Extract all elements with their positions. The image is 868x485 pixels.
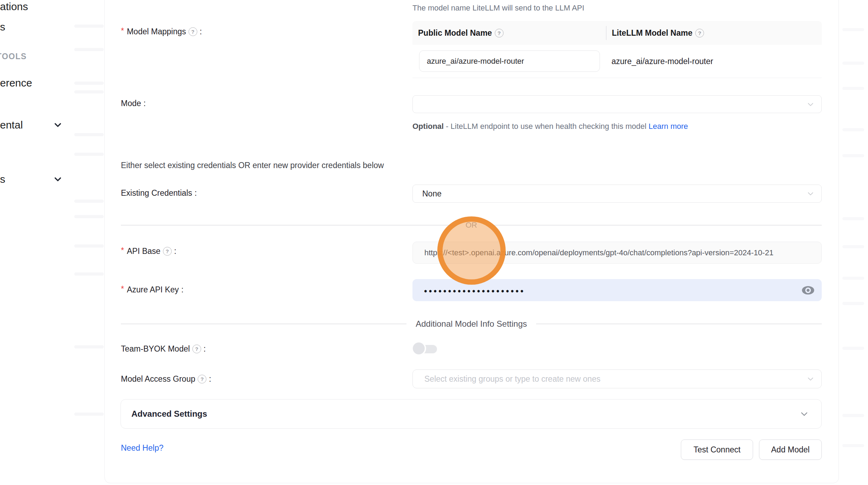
additional-settings-divider: Additional Model Info Settings xyxy=(121,319,822,329)
credentials-note: Either select existing credentials OR en… xyxy=(121,161,384,170)
ghost-line xyxy=(74,345,104,348)
ghost-line xyxy=(74,200,104,203)
public-model-name-input[interactable]: azure_ai/azure-model-router xyxy=(419,50,600,72)
ghost-line xyxy=(842,414,864,417)
help-icon[interactable]: ? xyxy=(495,29,504,37)
existing-credentials-select[interactable]: None xyxy=(412,185,822,203)
add-model-button[interactable]: Add Model xyxy=(759,439,822,460)
table-column-divider xyxy=(606,26,607,40)
help-icon[interactable]: ? xyxy=(189,27,197,36)
help-icon[interactable]: ? xyxy=(192,345,201,353)
advanced-settings-label: Advanced Settings xyxy=(121,409,207,419)
column-header-public-model-name: Public Model Name ? xyxy=(412,28,606,38)
mode-label: Mode : xyxy=(121,99,146,108)
test-connect-button[interactable]: Test Connect xyxy=(681,439,753,460)
required-asterisk: * xyxy=(121,26,124,36)
model-access-group-label: Model Access Group ? : xyxy=(121,374,211,384)
ghost-line xyxy=(842,245,864,248)
masked-api-key: ••••••••••••••••••••• xyxy=(412,284,525,296)
ghost-line xyxy=(74,272,104,276)
advanced-settings-panel[interactable]: Advanced Settings xyxy=(121,399,822,429)
team-byok-toggle-knob[interactable] xyxy=(413,342,425,354)
ghost-line xyxy=(74,90,104,93)
sidebar-item-s1[interactable]: s xyxy=(0,21,5,33)
ghost-line xyxy=(74,413,104,416)
azure-api-key-input[interactable]: ••••••••••••••••••••• xyxy=(412,279,822,301)
required-asterisk: * xyxy=(121,284,124,294)
ghost-line xyxy=(842,347,864,350)
model-mappings-label: * Model Mappings ? : xyxy=(121,27,202,36)
sidebar-item-s2[interactable]: s xyxy=(0,173,5,185)
or-divider: OR xyxy=(121,221,822,230)
required-asterisk: * xyxy=(121,246,124,255)
sidebar-item-ations[interactable]: ations xyxy=(0,1,28,13)
ghost-line xyxy=(842,154,864,157)
existing-credentials-label: Existing Credentials : xyxy=(121,188,197,198)
model-mapping-row: azure_ai/azure-model-router azure_ai/azu… xyxy=(412,45,822,78)
help-icon[interactable]: ? xyxy=(163,247,172,256)
sidebar-section-tools: TOOLS xyxy=(0,52,27,61)
mode-optional-hint: Optional - LiteLLM endpoint to use when … xyxy=(412,119,700,133)
ghost-line xyxy=(842,87,864,90)
api-base-label: * API Base ? : xyxy=(121,247,176,256)
column-header-litellm-model-name: LiteLLM Model Name ? xyxy=(606,28,704,38)
chevron-down-icon[interactable] xyxy=(53,174,63,185)
ghost-line xyxy=(74,215,104,218)
model-access-group-select[interactable]: Select existing groups or type to create… xyxy=(412,369,822,388)
ghost-line xyxy=(74,25,104,28)
existing-credentials-value: None xyxy=(413,189,442,199)
ghost-line xyxy=(74,133,104,136)
ghost-line xyxy=(842,28,864,31)
ghost-line xyxy=(74,153,104,156)
help-icon[interactable]: ? xyxy=(198,375,206,383)
model-mappings-table-header: Public Model Name ? LiteLLM Model Name ? xyxy=(412,21,822,45)
chevron-down-icon xyxy=(807,101,814,108)
team-byok-label: Team-BYOK Model ? : xyxy=(121,344,206,354)
sidebar: ations s TOOLS erence ental s xyxy=(0,0,104,485)
chevron-down-icon xyxy=(800,409,809,418)
eye-icon[interactable] xyxy=(801,285,815,295)
ghost-line xyxy=(842,444,864,447)
learn-more-link[interactable]: Learn more xyxy=(649,122,688,131)
sidebar-item-ental[interactable]: ental xyxy=(0,119,23,131)
ghost-line xyxy=(842,128,864,131)
ghost-line xyxy=(842,217,864,220)
or-divider-text: OR xyxy=(457,221,486,230)
chevron-down-icon xyxy=(807,190,814,198)
additional-settings-divider-text: Additional Model Info Settings xyxy=(406,319,536,329)
need-help-link[interactable]: Need Help? xyxy=(121,443,163,453)
ghost-line xyxy=(74,244,104,248)
chevron-down-icon[interactable] xyxy=(53,120,63,130)
litellm-model-name-value: azure_ai/azure-model-router xyxy=(611,45,713,78)
ghost-line xyxy=(842,62,864,65)
help-icon[interactable]: ? xyxy=(695,29,704,37)
ghost-line xyxy=(74,82,104,85)
ghost-line xyxy=(74,48,104,51)
ghost-line xyxy=(842,277,864,280)
api-base-value: https://<test>.openai.azure.com/openai/d… xyxy=(413,248,773,257)
model-name-hint: The model name LiteLLM will send to the … xyxy=(412,4,584,13)
mode-select[interactable] xyxy=(412,95,822,113)
sidebar-item-erence[interactable]: erence xyxy=(0,77,32,89)
azure-api-key-label: * Azure API Key : xyxy=(121,285,184,295)
ghost-line xyxy=(842,302,864,305)
model-access-group-placeholder: Select existing groups or type to create… xyxy=(413,374,600,384)
api-base-input[interactable]: https://<test>.openai.azure.com/openai/d… xyxy=(412,242,822,264)
chevron-down-icon xyxy=(807,375,814,383)
